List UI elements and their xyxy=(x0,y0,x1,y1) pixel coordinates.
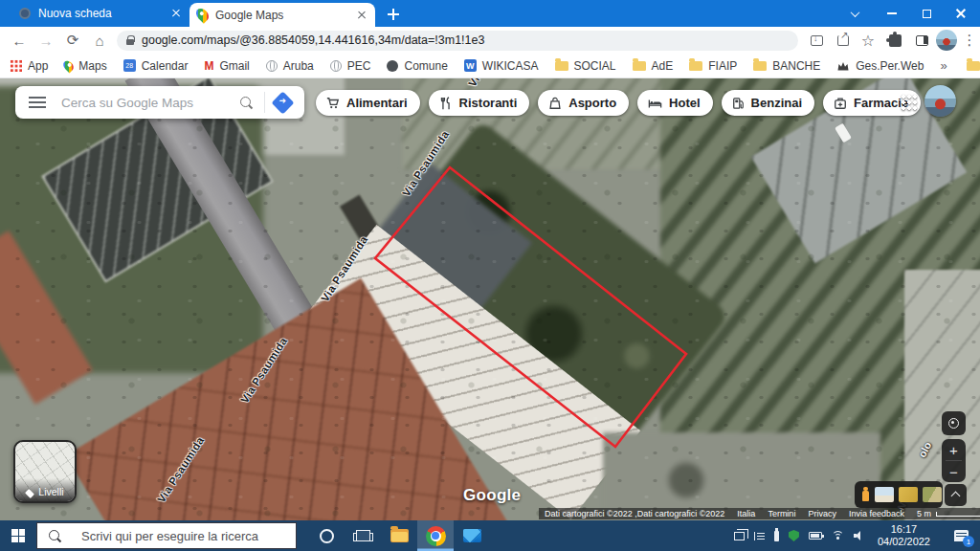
new-tab-button[interactable] xyxy=(381,5,406,24)
directions-icon[interactable] xyxy=(271,91,294,114)
extensions-puzzle-icon[interactable] xyxy=(882,27,907,54)
bookmark-gesperweb[interactable]: Ges.Per.Web xyxy=(836,59,924,73)
my-location-button[interactable] xyxy=(942,411,966,435)
attribution-link-feedback[interactable]: Invia feedback xyxy=(849,509,904,518)
imagery-thumbnail[interactable] xyxy=(875,487,894,502)
search-icon[interactable] xyxy=(240,97,253,109)
bookmark-folder-fiaip[interactable]: FIAIP xyxy=(689,59,737,73)
takeout-bag-icon xyxy=(548,97,562,110)
map-canvas[interactable]: Via Via Psaumida Via Psaumida Via Psaumi… xyxy=(0,78,980,520)
hidden-icons-icon[interactable] xyxy=(734,532,745,540)
tab-google-maps[interactable]: Google Maps xyxy=(189,3,375,27)
start-button[interactable] xyxy=(0,520,36,551)
tab-favicon xyxy=(19,8,31,19)
attribution-link-italia[interactable]: Italia xyxy=(737,509,755,518)
minimize-button[interactable] xyxy=(876,0,908,27)
chip-asporto[interactable]: Asporto xyxy=(538,90,629,116)
pharmacy-box-icon xyxy=(834,97,847,110)
speaker-icon[interactable] xyxy=(854,531,864,540)
bookmark-gmail[interactable]: MGmail xyxy=(204,59,249,73)
layers-label: Livelli xyxy=(38,486,63,497)
bed-icon xyxy=(648,97,662,110)
bookmark-comune[interactable]: Comune xyxy=(387,59,447,73)
bookmark-maps[interactable]: Maps xyxy=(64,59,106,73)
chip-ristoranti[interactable]: Ristoranti xyxy=(429,90,530,116)
volume-mixer-icon[interactable] xyxy=(754,532,765,540)
account-avatar[interactable] xyxy=(924,85,956,117)
menu-dots-icon[interactable]: ⋮ xyxy=(957,27,980,54)
chrome-taskbar-button[interactable] xyxy=(417,520,454,551)
bookmark-folder-ade[interactable]: AdE xyxy=(633,59,674,73)
mail-taskbar-button[interactable] xyxy=(454,520,490,551)
imagery-thumbnail[interactable] xyxy=(899,487,918,502)
back-icon[interactable]: ← xyxy=(6,27,33,54)
usb-icon[interactable] xyxy=(774,531,779,541)
profile-avatar[interactable] xyxy=(934,27,959,54)
zoom-in-button[interactable]: + xyxy=(942,439,966,460)
collapse-controls-button[interactable] xyxy=(945,484,967,506)
wifi-icon[interactable] xyxy=(832,531,844,540)
taskbar-search-input[interactable]: Scrivi qui per eseguire la ricerca xyxy=(36,522,297,549)
security-shield-icon[interactable] xyxy=(789,530,799,541)
apps-grid-icon xyxy=(10,59,22,72)
tab-close-icon[interactable] xyxy=(170,8,182,19)
bookmark-folder-social[interactable]: SOCIAL xyxy=(555,59,616,73)
bookmarks-overflow-chevron[interactable]: » xyxy=(940,58,947,73)
bookmark-wikicasa[interactable]: WWIKICASA xyxy=(464,59,539,73)
gmail-icon: M xyxy=(204,59,213,73)
taskbar-clock[interactable]: 16:17 04/02/2022 xyxy=(878,523,930,548)
wikicasa-icon: W xyxy=(464,59,477,72)
imagery-thumbnail[interactable] xyxy=(923,487,942,502)
home-icon[interactable]: ⌂ xyxy=(86,27,113,54)
attribution-link-termini[interactable]: Termini xyxy=(768,509,795,518)
scale-bar xyxy=(936,512,980,517)
share-icon[interactable] xyxy=(831,27,856,54)
reload-icon[interactable]: ⟳ xyxy=(59,27,86,54)
bookmark-aruba[interactable]: Aruba xyxy=(266,59,314,73)
folder-icon xyxy=(633,61,646,71)
crown-icon xyxy=(836,60,850,72)
forward-icon[interactable]: → xyxy=(33,27,59,54)
maps-search-card: Cerca su Google Maps xyxy=(15,86,304,119)
zoom-out-button[interactable]: − xyxy=(942,461,966,482)
google-apps-grid-icon[interactable] xyxy=(901,94,917,110)
chip-benzinai[interactable]: Benzinai xyxy=(722,90,814,116)
system-tray xyxy=(734,530,864,541)
tab-close-icon[interactable] xyxy=(356,10,368,21)
notification-badge: 1 xyxy=(963,536,974,547)
restaurant-icon xyxy=(439,97,453,110)
install-icon[interactable] xyxy=(804,27,829,54)
task-view-button[interactable] xyxy=(345,520,381,551)
pegman-icon[interactable] xyxy=(861,487,870,503)
maximize-button[interactable] xyxy=(910,0,943,27)
file-explorer-button[interactable] xyxy=(381,520,417,551)
address-bar[interactable]: google.com/maps/@36.8854059,14.441616,34… xyxy=(117,31,798,51)
chrome-icon xyxy=(426,526,446,546)
clock-time: 16:17 xyxy=(878,523,930,536)
tab-nuova-scheda[interactable]: Nuova scheda xyxy=(13,0,188,27)
bookmark-calendar[interactable]: 28Calendar xyxy=(123,59,189,73)
chip-hotel[interactable]: Hotel xyxy=(637,90,713,116)
chip-alimentari[interactable]: Alimentari xyxy=(316,90,420,116)
attribution-link-privacy[interactable]: Privacy xyxy=(808,509,836,518)
cortana-button[interactable] xyxy=(308,520,345,551)
cortana-icon xyxy=(320,529,334,543)
layers-button[interactable]: Livelli xyxy=(13,440,77,503)
folder-icon xyxy=(555,61,568,71)
bookmark-folder-banche[interactable]: BANCHE xyxy=(753,59,820,73)
copyright-text: Dati cartografici ©2022 ,Dati cartografi… xyxy=(545,509,724,518)
menu-icon[interactable] xyxy=(29,97,46,108)
bookmark-app[interactable]: App xyxy=(10,59,48,73)
side-panel-icon[interactable] xyxy=(909,27,934,54)
lock-icon[interactable] xyxy=(126,35,134,45)
other-bookmarks[interactable]: Altri Preferiti xyxy=(967,59,980,73)
desktop-screen: Via Via Psaumida Via Psaumida Via Psaumi… xyxy=(0,0,980,551)
action-center-button[interactable]: 1 xyxy=(942,520,980,551)
file-explorer-icon xyxy=(390,529,409,542)
bookmark-pec[interactable]: PEC xyxy=(330,59,371,73)
maps-search-input[interactable]: Cerca su Google Maps xyxy=(61,96,240,110)
battery-icon[interactable] xyxy=(809,532,822,540)
bookmark-star-icon[interactable]: ☆ xyxy=(856,27,880,54)
tab-search-icon[interactable] xyxy=(838,0,871,27)
close-window-button[interactable] xyxy=(945,0,977,27)
